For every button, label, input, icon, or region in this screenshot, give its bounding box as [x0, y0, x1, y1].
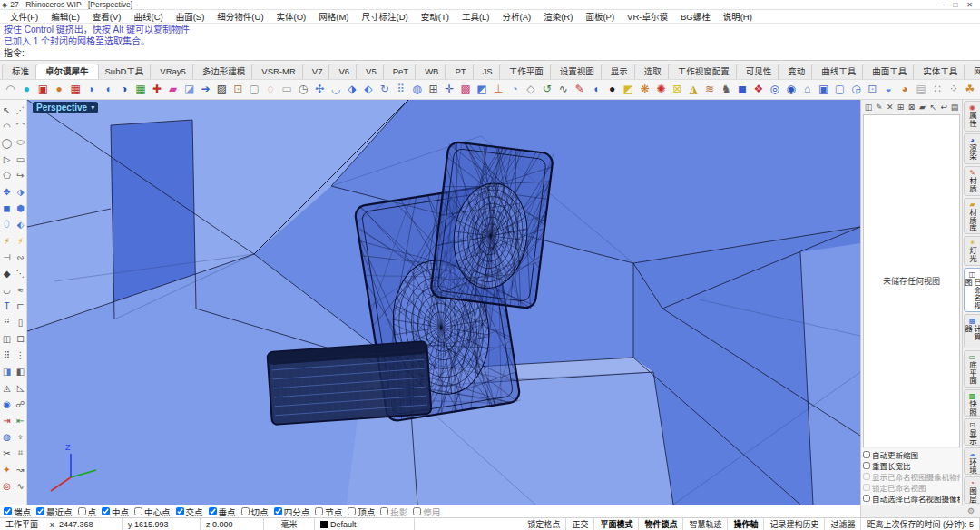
- menu-item[interactable]: 编辑(E): [44, 10, 86, 23]
- menu-item[interactable]: 细分物件(U): [211, 10, 270, 23]
- close-button[interactable]: ✕: [966, 1, 973, 9]
- menu-item[interactable]: VR-卓尔谟: [621, 10, 674, 23]
- toolbar-icon-38[interactable]: ●: [604, 82, 620, 97]
- sidebar-tool-icon-8[interactable]: ▭: [14, 151, 27, 167]
- viewport-label[interactable]: Perspective ▾: [33, 102, 98, 113]
- checkbox[interactable]: [176, 507, 184, 515]
- toolbar-icon-25[interactable]: ⠿: [393, 82, 408, 97]
- panel-option[interactable]: 锁定已命名视图: [863, 482, 960, 493]
- panel-tab-已命名视图[interactable]: ◫已命名视图: [964, 268, 980, 312]
- menu-item[interactable]: BG螺栓: [674, 10, 717, 23]
- command-history[interactable]: 按住 Control 键挤出，快按 Alt 键可以复制物件 已加入 1 个封闭的…: [0, 24, 980, 61]
- toolbar-icon-23[interactable]: ⬖: [360, 82, 376, 97]
- toolbar-icon-11[interactable]: ▰: [165, 82, 181, 97]
- edit-icon[interactable]: ✎: [875, 102, 884, 113]
- toolbar-icon-51[interactable]: ▣: [816, 82, 831, 97]
- menu-item[interactable]: 工具(L): [456, 10, 496, 23]
- sidebar-tool-icon-9[interactable]: ⬠: [0, 167, 14, 183]
- checkbox[interactable]: [78, 507, 86, 515]
- sidebar-tool-icon-5[interactable]: ◯: [0, 134, 14, 151]
- toolbar-icon-15[interactable]: ⊡: [230, 82, 246, 97]
- toolbar-icon-29[interactable]: ▩: [458, 82, 474, 97]
- sidebar-tool-icon-16[interactable]: ⬖: [14, 216, 27, 232]
- menu-item[interactable]: 分析(A): [496, 10, 538, 23]
- toolbar-icon-24[interactable]: ↻: [377, 82, 392, 97]
- toolbar-icon-20[interactable]: ✣: [312, 82, 328, 97]
- cursor-icon[interactable]: ↖: [928, 102, 937, 113]
- panel-tab-环境[interactable]: ☁环境: [964, 447, 980, 475]
- panel-option[interactable]: 自动选择已命名视图摄像机物件: [863, 493, 960, 504]
- toolbar-icon-14[interactable]: ▨: [214, 82, 230, 97]
- copy-icon[interactable]: ⊞: [897, 102, 906, 113]
- panel-tab-显示[interactable]: ⊡显示: [964, 418, 980, 446]
- checkbox[interactable]: [380, 507, 388, 515]
- toolbar-icon-17[interactable]: ◌: [263, 82, 279, 97]
- osnap-顶点[interactable]: 顶点: [348, 505, 375, 517]
- panel-tab-材质库[interactable]: ▰材质库: [964, 198, 980, 233]
- sidebar-tool-icon-45[interactable]: ✦: [0, 461, 14, 477]
- status-toggle[interactable]: 平面模式: [594, 518, 639, 530]
- toolbar-icon-6[interactable]: ◗: [84, 82, 100, 97]
- command-prompt[interactable]: 指令:: [4, 47, 976, 59]
- toolbar-icon-7[interactable]: ◖: [101, 82, 116, 97]
- toolbar-icon-41[interactable]: ✺: [653, 82, 669, 97]
- sidebar-tool-icon-48[interactable]: ∿: [14, 477, 27, 494]
- menu-item[interactable]: 文件(F): [4, 10, 44, 23]
- toolbar-icon-53[interactable]: ◶: [848, 82, 864, 97]
- toolbar-icon-60[interactable]: ☘: [962, 82, 977, 97]
- osnap-垂点[interactable]: 垂点: [209, 505, 236, 517]
- toolbar-icon-48[interactable]: ◎: [767, 82, 782, 97]
- sidebar-tool-icon-6[interactable]: ⬭: [14, 134, 27, 151]
- toolbar-icon-35[interactable]: ∿: [555, 82, 571, 97]
- menu-item[interactable]: 曲线(C): [127, 10, 169, 23]
- toolbar-tab[interactable]: VRay5: [150, 64, 196, 79]
- sidebar-tool-icon-7[interactable]: ▷: [0, 151, 14, 167]
- osnap-端点[interactable]: 端点: [4, 505, 31, 517]
- toolbar-icon-56[interactable]: ◕: [897, 82, 913, 97]
- toolbar-icon-54[interactable]: ⊡: [865, 82, 880, 97]
- osnap-中心点[interactable]: 中心点: [134, 505, 171, 517]
- sidebar-tool-icon-17[interactable]: ⚡: [0, 232, 14, 249]
- panel-option[interactable]: 重置长宽比: [863, 460, 960, 471]
- minimize-button[interactable]: ─: [939, 1, 945, 9]
- toolbar-tab[interactable]: 标准: [2, 64, 39, 79]
- status-toggle[interactable]: 正交: [566, 518, 594, 530]
- cplane-button[interactable]: 工作平面: [0, 518, 44, 530]
- panel-tab-快照[interactable]: ▩快照: [964, 389, 980, 417]
- panel-option[interactable]: 自动更新缩图: [863, 449, 960, 460]
- toolbar-tab[interactable]: 设置视图: [550, 64, 604, 79]
- panel-tab-图层[interactable]: ◔图层: [964, 476, 980, 504]
- toolbar-icon-55[interactable]: ◒: [881, 82, 897, 97]
- panel-tab-材质[interactable]: ✎材质: [964, 166, 980, 197]
- toolbar-tab[interactable]: SubD工具: [95, 64, 154, 79]
- checkbox[interactable]: [863, 462, 870, 469]
- checkbox[interactable]: [36, 507, 44, 515]
- sidebar-tool-icon-21[interactable]: ◆: [0, 265, 14, 281]
- status-toggle[interactable]: 操作轴: [728, 518, 764, 530]
- sidebar-tool-icon-42[interactable]: ♆: [14, 428, 27, 445]
- menu-item[interactable]: 曲面(S): [170, 10, 211, 23]
- toolbar-icon-27[interactable]: ⊞: [426, 82, 441, 97]
- toolbar-icon-1[interactable]: ◠: [3, 82, 18, 97]
- sidebar-tool-icon-29[interactable]: ◫: [0, 330, 14, 347]
- toolbar-icon-50[interactable]: ⌂: [799, 82, 815, 97]
- panel-tab-灯光[interactable]: ☀灯光: [964, 236, 980, 267]
- panel-option[interactable]: 显示已命名视图摄像机物件: [863, 471, 960, 482]
- toolbar-icon-32[interactable]: ◔: [507, 82, 523, 97]
- toolbar-icon-12[interactable]: ◪: [181, 82, 197, 97]
- toolbar-icon-42[interactable]: ⊠: [670, 82, 685, 97]
- checkbox[interactable]: [863, 451, 870, 458]
- toolbar-tab[interactable]: 工作视窗配置: [668, 64, 740, 79]
- toolbar-icon-47[interactable]: ❖: [750, 82, 766, 97]
- osnap-交点[interactable]: 交点: [176, 505, 203, 517]
- sidebar-tool-icon-34[interactable]: ◧: [14, 363, 27, 379]
- checkbox[interactable]: [315, 507, 323, 515]
- units-button[interactable]: 毫米: [264, 518, 315, 530]
- toolbar-tab[interactable]: 曲面工具: [862, 64, 916, 79]
- menu-item[interactable]: 网格(M): [312, 10, 355, 23]
- save-icon[interactable]: ◫: [864, 102, 873, 113]
- osnap-中点[interactable]: 中点: [102, 505, 129, 517]
- layers-icon[interactable]: ▤: [950, 102, 959, 113]
- sidebar-tool-icon-35[interactable]: ◬: [0, 379, 14, 396]
- checkbox[interactable]: [863, 495, 870, 502]
